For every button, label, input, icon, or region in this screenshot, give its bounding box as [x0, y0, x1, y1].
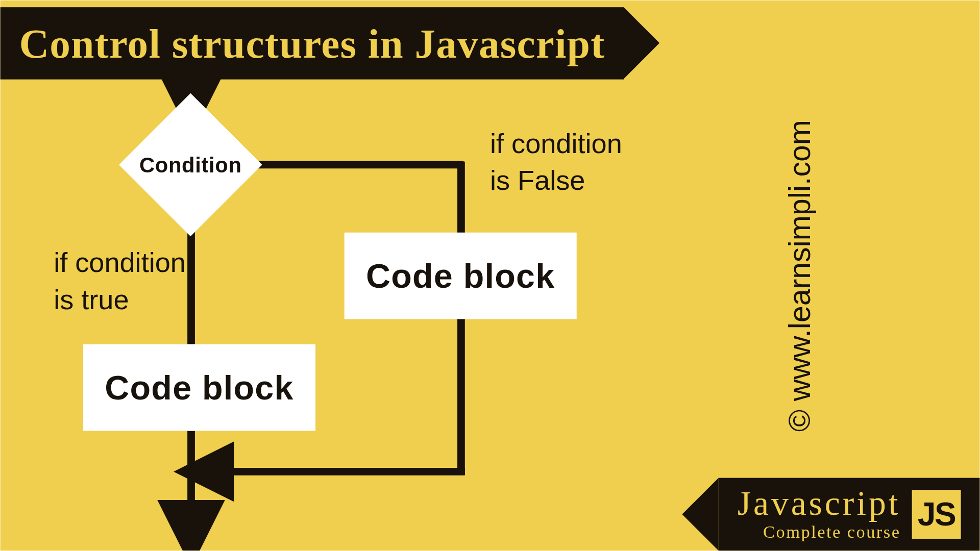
page-title-banner: Control structures in Javascript	[1, 7, 624, 79]
js-logo-text: JS	[918, 495, 955, 533]
footer-text: Javascript Complete course	[738, 486, 901, 540]
branch-label-false-line2: is False	[490, 162, 622, 199]
branch-label-true-line1: if condition	[54, 244, 186, 281]
branch-label-false: if condition is False	[490, 124, 622, 199]
code-block-false-label: Code block	[366, 256, 555, 295]
code-block-true: Code block	[83, 344, 315, 431]
js-logo-icon: JS	[912, 490, 961, 539]
footer-title: Javascript	[738, 486, 901, 520]
branch-label-true-line2: is true	[54, 281, 186, 318]
footer-banner: Javascript Complete course JS	[719, 478, 980, 551]
page-title: Control structures in Javascript	[19, 19, 605, 67]
footer-subtitle: Complete course	[763, 523, 900, 540]
code-block-true-label: Code block	[105, 368, 293, 407]
decision-label: Condition	[120, 94, 261, 235]
decision-node: Condition	[120, 94, 261, 235]
code-block-false: Code block	[345, 233, 577, 319]
copyright-text: © www.learnsimpli.com	[782, 119, 817, 431]
branch-label-false-line1: if condition	[490, 124, 622, 162]
diagram-stage: Control structures in Javascript Conditi…	[1, 1, 980, 551]
branch-label-true: if condition is true	[54, 244, 186, 318]
